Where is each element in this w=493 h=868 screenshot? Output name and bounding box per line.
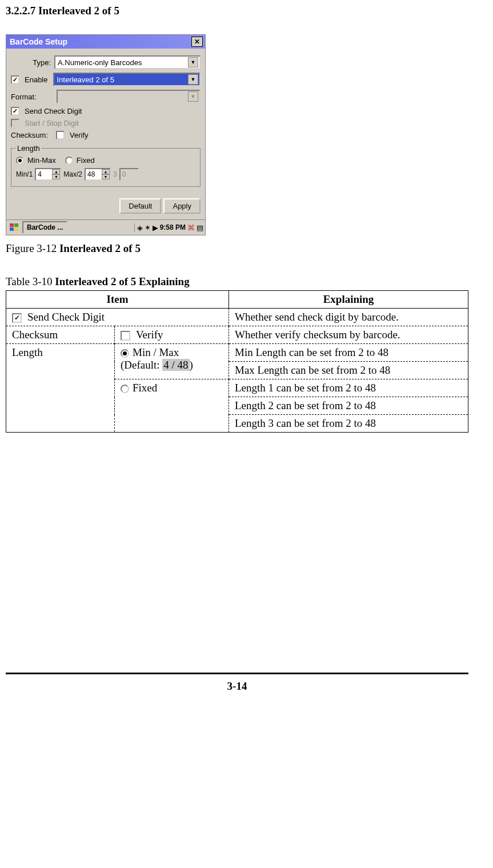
svg-rect-2: [10, 227, 14, 231]
format-dropdown: ▼: [57, 90, 201, 103]
minmax-radio[interactable]: [16, 157, 24, 165]
chevron-up-icon[interactable]: ▲: [102, 169, 110, 174]
row-minmax-explain2: Max Length can be set from 2 to 48: [229, 362, 468, 379]
row-send-check: ✓Send Check Digit: [6, 309, 229, 326]
length-legend: Length: [16, 144, 41, 153]
taskbar-time: 9:58 PM: [160, 223, 186, 231]
page-number: 3-14: [6, 680, 468, 693]
row-fixed-explain3: Length 3 can be set from 2 to 48: [229, 415, 468, 433]
titlebar: BarCode Setup ✕: [6, 35, 205, 49]
section-heading: 3.2.2.7 Interleaved 2 of 5: [6, 5, 487, 17]
apply-button[interactable]: Apply: [163, 198, 201, 214]
footer-rule: [6, 673, 468, 674]
checkbox-icon: ✓: [12, 313, 22, 323]
minmax-label: Min-Max: [27, 156, 56, 165]
chevron-down-icon[interactable]: ▼: [188, 57, 198, 67]
svg-rect-3: [14, 227, 18, 231]
format-label: Format:: [11, 93, 43, 101]
fixed-label: Fixed: [77, 156, 95, 165]
max-spinner[interactable]: 48 ▲ ▼: [85, 168, 111, 181]
speaker-icon[interactable]: ▶: [153, 223, 158, 232]
enable-value: Interleaved 2 of 5: [57, 75, 114, 84]
taskbar: BarCode ... ◈ ✶ ▶ 9:58 PM ⌘ ▤: [6, 219, 205, 235]
default-button[interactable]: Default: [119, 198, 161, 214]
explain-table: Item Explaining ✓Send Check Digit Whethe…: [6, 290, 468, 433]
enable-dropdown[interactable]: Interleaved 2 of 5 ▼: [53, 73, 201, 86]
start-stop-checkbox: [11, 119, 19, 127]
radio-selected-icon: [121, 349, 129, 358]
radio-icon: [121, 385, 129, 393]
enable-checkbox[interactable]: ✓: [11, 75, 19, 84]
barcode-setup-window: BarCode Setup ✕ Type: A.Numeric-only Bar…: [6, 34, 206, 235]
window-title: BarCode Setup: [9, 37, 191, 46]
button-row: Default Apply: [6, 191, 205, 219]
chevron-up-icon[interactable]: ▲: [52, 169, 60, 174]
th-explain: Explaining: [229, 291, 468, 309]
verify-label: Verify: [70, 131, 89, 139]
tray-icon[interactable]: ✶: [145, 223, 151, 232]
max-value: 48: [86, 170, 102, 178]
min-spinner[interactable]: 4 ▲ ▼: [35, 168, 61, 181]
checkbox-icon: [121, 331, 130, 341]
verify-checkbox[interactable]: [56, 131, 65, 139]
table-caption: Table 3-10 Interleaved 2 of 5 Explaining: [6, 275, 487, 288]
svg-rect-0: [10, 223, 14, 227]
row-checksum-b: Verify: [115, 326, 229, 344]
row-fixed-explain1: Length 1 can be set from 2 to 48: [229, 379, 468, 397]
chevron-down-icon[interactable]: ▼: [52, 174, 60, 179]
row-fixed-item: Fixed: [115, 379, 229, 433]
three-spinner: 0: [119, 168, 139, 181]
row-length-label: Length: [6, 344, 115, 433]
figure-caption: Figure 3-12 Interleaved 2 of 5: [6, 242, 487, 255]
row-checksum-explain: Whether verify checksum by barcode.: [229, 326, 468, 344]
tray-icon[interactable]: ⌘: [187, 223, 195, 232]
th-item: Item: [6, 291, 229, 309]
row-send-check-explain: Whether send check digit by barcode.: [229, 309, 468, 326]
type-dropdown[interactable]: A.Numeric-only Barcodes ▼: [54, 55, 201, 69]
three-label: 3: [113, 170, 117, 178]
max-label: Max/2: [63, 170, 82, 178]
taskbar-app[interactable]: BarCode ...: [22, 221, 67, 234]
tray-icon[interactable]: ▤: [197, 223, 203, 232]
row-checksum-a: Checksum: [6, 326, 115, 344]
close-icon[interactable]: ✕: [191, 37, 203, 47]
type-value: A.Numeric-only Barcodes: [58, 58, 142, 67]
checksum-label: Checksum:: [11, 131, 48, 139]
three-value: 0: [121, 170, 138, 178]
length-fieldset: Length Min-Max Fixed Min/1 4 ▲ ▼ Max/2: [11, 144, 201, 187]
row-fixed-explain2: Length 2 can be set from 2 to 48: [229, 397, 468, 415]
send-check-label: Send Check Digit: [25, 107, 82, 115]
start-icon[interactable]: [8, 222, 21, 233]
min-label: Min/1: [16, 170, 33, 178]
form-area: Type: A.Numeric-only Barcodes ▼ ✓ Enable…: [6, 49, 205, 191]
fixed-radio[interactable]: [65, 157, 73, 165]
min-value: 4: [36, 170, 52, 178]
chevron-down-icon: ▼: [188, 91, 198, 102]
enable-label: Enable: [25, 75, 47, 84]
start-stop-label: Start / Stop Digit: [25, 119, 79, 127]
tray-icon[interactable]: ◈: [137, 223, 143, 232]
type-label: Type:: [11, 58, 51, 67]
system-tray: ◈ ✶ ▶ 9:58 PM ⌘ ▤: [134, 223, 203, 232]
row-minmax-explain1: Min Length can be set from 2 to 48: [229, 344, 468, 362]
svg-rect-1: [14, 223, 18, 227]
chevron-down-icon[interactable]: ▼: [102, 174, 110, 179]
row-minmax-item: Min / Max (Default: 4 / 48): [115, 344, 229, 379]
chevron-down-icon[interactable]: ▼: [188, 74, 198, 85]
send-check-checkbox[interactable]: ✓: [11, 107, 19, 115]
